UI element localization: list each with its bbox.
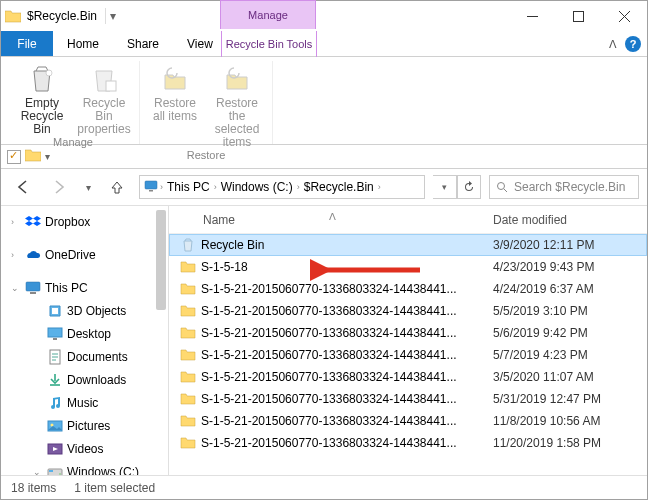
- close-button[interactable]: [601, 1, 647, 31]
- status-items: 18 items: [11, 481, 56, 495]
- address-bar[interactable]: › This PC›Windows (C:)›$Recycle.Bin›: [139, 175, 425, 199]
- tree-item[interactable]: Documents: [1, 345, 168, 368]
- folder-icon: [179, 303, 197, 319]
- tree-item[interactable]: Desktop: [1, 322, 168, 345]
- file-date: 3/9/2020 12:11 PM: [489, 238, 647, 252]
- forward-button[interactable]: [45, 173, 73, 201]
- file-tab[interactable]: File: [1, 31, 53, 56]
- recycle-bin-tools-tab[interactable]: Recycle Bin Tools: [221, 31, 317, 57]
- videos-icon: [47, 441, 63, 457]
- chevron-right-icon[interactable]: ›: [378, 182, 381, 192]
- status-selected: 1 item selected: [74, 481, 155, 495]
- tree-expand-icon[interactable]: ⌄: [11, 283, 21, 293]
- file-date: 11/20/2019 1:58 PM: [489, 436, 647, 450]
- svg-rect-7: [30, 292, 36, 294]
- file-name: S-1-5-21-2015060770-1336803324-14438441.…: [197, 282, 489, 296]
- history-chevron[interactable]: ▾: [81, 173, 95, 201]
- tree-item[interactable]: Videos: [1, 437, 168, 460]
- minimize-ribbon-icon[interactable]: ᐱ: [609, 38, 617, 51]
- tree-item[interactable]: Downloads: [1, 368, 168, 391]
- tree-item-label: Music: [67, 396, 98, 410]
- file-row[interactable]: S-1-5-184/23/2019 9:43 PM: [169, 256, 647, 278]
- file-row[interactable]: S-1-5-21-2015060770-1336803324-14438441.…: [169, 344, 647, 366]
- file-date: 5/7/2019 4:23 PM: [489, 348, 647, 362]
- file-row[interactable]: Recycle Bin3/9/2020 12:11 PM: [169, 234, 647, 256]
- ribbon-group-label: Restore: [187, 149, 226, 164]
- tree-item-label: Pictures: [67, 419, 110, 433]
- tree-item-label: Windows (C:): [67, 465, 139, 476]
- maximize-button[interactable]: [555, 1, 601, 31]
- view-tab[interactable]: View: [173, 31, 227, 56]
- file-date: 4/24/2019 6:37 AM: [489, 282, 647, 296]
- tree-item[interactable]: ›Dropbox: [1, 210, 168, 233]
- tree-item[interactable]: Music: [1, 391, 168, 414]
- navigation-pane[interactable]: ›Dropbox›OneDrive⌄This PC3D ObjectsDeskt…: [1, 206, 169, 475]
- qat-dropdown[interactable]: ▾: [105, 8, 119, 24]
- sidebar-scrollbar[interactable]: [156, 210, 166, 310]
- tree-item-label: 3D Objects: [67, 304, 126, 318]
- tree-item-label: Dropbox: [45, 215, 90, 229]
- window-title: $Recycle.Bin: [25, 1, 105, 31]
- breadcrumb-segment[interactable]: $Recycle.Bin: [302, 180, 376, 194]
- file-date: 5/31/2019 12:47 PM: [489, 392, 647, 406]
- file-row[interactable]: S-1-5-21-2015060770-1336803324-14438441.…: [169, 322, 647, 344]
- onedrive-icon: [25, 247, 41, 263]
- breadcrumb-segment[interactable]: This PC: [165, 180, 212, 194]
- share-tab[interactable]: Share: [113, 31, 173, 56]
- file-row[interactable]: S-1-5-21-2015060770-1336803324-14438441.…: [169, 278, 647, 300]
- svg-point-5: [498, 183, 505, 190]
- file-row[interactable]: S-1-5-21-2015060770-1336803324-14438441.…: [169, 388, 647, 410]
- tree-item-label: Videos: [67, 442, 103, 456]
- file-date: 3/5/2020 11:07 AM: [489, 370, 647, 384]
- file-date: 4/23/2019 9:43 PM: [489, 260, 647, 274]
- pc-icon: [144, 180, 158, 195]
- svg-rect-6: [26, 282, 40, 291]
- tree-expand-icon[interactable]: ⌄: [33, 467, 43, 476]
- file-date: 11/8/2019 10:56 AM: [489, 414, 647, 428]
- breadcrumb-segment[interactable]: Windows (C:): [219, 180, 295, 194]
- folder-qat-icon: [25, 148, 41, 165]
- svg-point-1: [46, 70, 52, 76]
- help-icon[interactable]: ?: [625, 36, 641, 52]
- refresh-button[interactable]: [457, 175, 481, 199]
- tree-item[interactable]: Pictures: [1, 414, 168, 437]
- tree-expand-icon[interactable]: ›: [11, 250, 21, 260]
- svg-rect-9: [53, 338, 57, 340]
- svg-rect-3: [145, 181, 157, 189]
- downloads-icon: [47, 372, 63, 388]
- qat-more-chevron[interactable]: ▾: [45, 151, 50, 162]
- tree-item[interactable]: ⌄Windows (C:): [1, 460, 168, 475]
- column-date[interactable]: Date modified: [489, 213, 647, 227]
- search-input[interactable]: Search $Recycle.Bin: [489, 175, 639, 199]
- back-button[interactable]: [9, 173, 37, 201]
- chevron-right-icon[interactable]: ›: [214, 182, 217, 192]
- file-row[interactable]: S-1-5-21-2015060770-1336803324-14438441.…: [169, 410, 647, 432]
- file-row[interactable]: S-1-5-21-2015060770-1336803324-14438441.…: [169, 432, 647, 454]
- up-button[interactable]: [103, 173, 131, 201]
- file-list[interactable]: Recycle Bin3/9/2020 12:11 PMS-1-5-184/23…: [169, 234, 647, 475]
- file-row[interactable]: S-1-5-21-2015060770-1336803324-14438441.…: [169, 300, 647, 322]
- chevron-right-icon[interactable]: ›: [297, 182, 300, 192]
- tree-expand-icon[interactable]: ›: [11, 217, 21, 227]
- address-dropdown[interactable]: ▾: [433, 175, 457, 199]
- select-all-checkbox[interactable]: [7, 150, 21, 164]
- column-name[interactable]: Name ᐱ: [169, 213, 489, 227]
- home-tab[interactable]: Home: [53, 31, 113, 56]
- dropbox-icon: [25, 214, 41, 230]
- props-button: Recycle Binproperties: [73, 61, 135, 136]
- minimize-button[interactable]: [509, 1, 555, 31]
- tree-item-label: OneDrive: [45, 248, 96, 262]
- tree-item[interactable]: 3D Objects: [1, 299, 168, 322]
- svg-rect-8: [48, 328, 62, 337]
- tree-item[interactable]: ›OneDrive: [1, 243, 168, 266]
- file-name: S-1-5-21-2015060770-1336803324-14438441.…: [197, 326, 489, 340]
- search-placeholder: Search $Recycle.Bin: [514, 180, 625, 194]
- tree-item[interactable]: ⌄This PC: [1, 276, 168, 299]
- tree-item-label: Desktop: [67, 327, 111, 341]
- svg-rect-15: [49, 470, 53, 472]
- empty-button[interactable]: EmptyRecycle Bin: [11, 61, 73, 136]
- ribbon: EmptyRecycle BinRecycle BinpropertiesMan…: [1, 57, 647, 145]
- file-date: 5/5/2019 3:10 PM: [489, 304, 647, 318]
- folder3d-icon: [47, 303, 63, 319]
- file-row[interactable]: S-1-5-21-2015060770-1336803324-14438441.…: [169, 366, 647, 388]
